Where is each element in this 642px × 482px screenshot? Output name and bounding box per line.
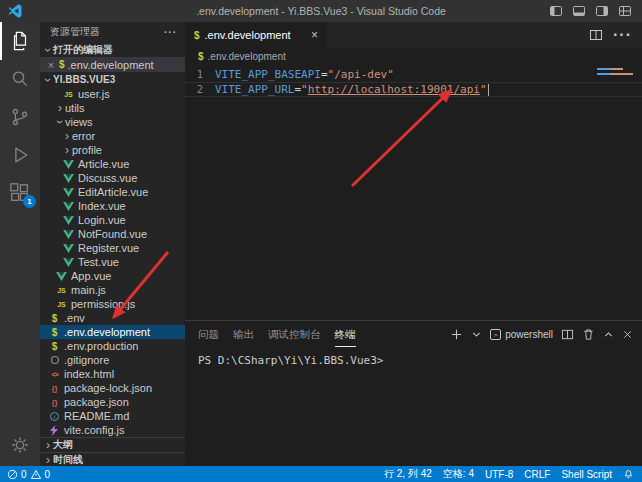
tree-item-README.md[interactable]: iREADME.md: [40, 409, 185, 423]
close-icon[interactable]: ×: [311, 29, 318, 41]
tree-item-label: Index.vue: [78, 200, 126, 212]
vue-file-icon: [55, 272, 68, 281]
tree-item-label: package-lock.json: [64, 382, 152, 394]
encoding-status[interactable]: UTF-8: [485, 469, 513, 480]
window-title: .env.development - Yi.BBS.Vue3 - Visual …: [0, 5, 642, 17]
tree-item-Register.vue[interactable]: Register.vue: [40, 241, 185, 255]
tree-item-.gitignore[interactable]: .gitignore: [40, 353, 185, 367]
env-file-icon: $: [48, 313, 61, 324]
outline-section-header[interactable]: › 大纲: [40, 437, 185, 452]
split-editor-icon[interactable]: [589, 28, 603, 42]
tree-item-.env.development[interactable]: $.env.development: [40, 325, 185, 339]
minimap[interactable]: [597, 68, 633, 75]
tree-item-utils[interactable]: ›utils: [40, 101, 185, 115]
tree-item-.env[interactable]: $.env: [40, 311, 185, 325]
panel-tab-问题[interactable]: 问题: [198, 321, 219, 347]
panel-tab-终端[interactable]: 终端: [335, 321, 356, 347]
terminal-profile-chevron-icon[interactable]: [471, 329, 482, 340]
tree-item-views[interactable]: ›views: [40, 115, 185, 129]
tree-item-NotFound.vue[interactable]: NotFound.vue: [40, 227, 185, 241]
extensions-badge: 1: [23, 195, 36, 208]
source-control-icon[interactable]: [0, 98, 40, 136]
toggle-panel-icon[interactable]: [572, 4, 586, 18]
customize-layout-icon[interactable]: [618, 4, 632, 18]
search-icon[interactable]: [0, 60, 40, 98]
line-number: 2: [185, 83, 215, 96]
editor-more-actions-icon[interactable]: ···: [613, 26, 632, 44]
settings-gear-icon[interactable]: [0, 424, 40, 466]
tree-item-App.vue[interactable]: App.vue: [40, 269, 185, 283]
chevron-right-icon: ›: [43, 455, 53, 465]
breadcrumb[interactable]: $ .env.development: [185, 48, 642, 64]
text-cursor: [488, 84, 489, 96]
project-section-header[interactable]: › YI.BBS.VUE3: [40, 72, 185, 87]
panel: 问题输出调试控制台终端 > powershell: [185, 320, 642, 466]
tree-item-Login.vue[interactable]: Login.vue: [40, 213, 185, 227]
explorer-icon[interactable]: [0, 22, 40, 60]
tree-item-Index.vue[interactable]: Index.vue: [40, 199, 185, 213]
panel-header: 问题输出调试控制台终端 > powershell: [185, 321, 642, 347]
vue-file-icon: [62, 202, 75, 211]
tree-item-EditArticle.vue[interactable]: EditArticle.vue: [40, 185, 185, 199]
close-panel-icon[interactable]: [622, 329, 633, 340]
cursor-position-status[interactable]: 行 2, 列 42: [384, 467, 432, 481]
kill-terminal-icon[interactable]: [582, 328, 595, 341]
error-count: 0: [21, 469, 27, 480]
code-line-1: 1VITE_APP_BASEAPI="/api-dev": [185, 67, 642, 82]
code-editor[interactable]: 1VITE_APP_BASEAPI="/api-dev"2VITE_APP_UR…: [185, 64, 642, 320]
tree-item-profile[interactable]: ›profile: [40, 143, 185, 157]
line-number: 1: [185, 68, 215, 81]
tree-item-label: .gitignore: [64, 354, 109, 366]
tree-item-main.js[interactable]: JSmain.js: [40, 283, 185, 297]
terminal[interactable]: PS D:\CSharp\Yi\Yi.BBS.Vue3>: [185, 347, 642, 466]
js-file-icon: JS: [55, 287, 68, 294]
new-terminal-icon[interactable]: [450, 328, 463, 341]
tab-env-development[interactable]: $ .env.development ×: [185, 22, 327, 48]
terminal-prompt: PS D:\CSharp\Yi\Yi.BBS.Vue3>: [198, 354, 383, 367]
panel-tab-输出[interactable]: 输出: [233, 321, 254, 347]
language-mode-status[interactable]: Shell Script: [561, 469, 612, 480]
tree-item-package-lock.json[interactable]: {}package-lock.json: [40, 381, 185, 395]
tree-item-Test.vue[interactable]: Test.vue: [40, 255, 185, 269]
terminal-tab-powershell[interactable]: > powershell: [490, 329, 553, 340]
tree-item-.env.production[interactable]: $.env.production: [40, 339, 185, 353]
notifications-bell-icon[interactable]: [623, 468, 634, 481]
editor-tab-bar: $ .env.development × ···: [185, 22, 642, 48]
tree-item-Discuss.vue[interactable]: Discuss.vue: [40, 171, 185, 185]
git-file-icon: [48, 355, 61, 365]
vscode-logo-icon: [8, 4, 22, 18]
vue-file-icon: [62, 160, 75, 169]
toggle-sidebar-icon[interactable]: [549, 4, 563, 18]
maximize-panel-icon[interactable]: [603, 329, 614, 340]
vue-file-icon: [62, 244, 75, 253]
tree-item-permission.js[interactable]: JSpermission.js: [40, 297, 185, 311]
problems-status[interactable]: 0 0: [7, 469, 50, 480]
tree-item-label: Register.vue: [78, 242, 139, 254]
indentation-status[interactable]: 空格: 4: [443, 467, 474, 481]
js-file-icon: JS: [62, 91, 75, 98]
tree-item-user.js[interactable]: JSuser.js: [40, 87, 185, 101]
chevron-down-icon: ›: [43, 45, 53, 55]
run-debug-icon[interactable]: [0, 136, 40, 174]
tree-item-vite.config.js[interactable]: vite.config.js: [40, 423, 185, 437]
env-file-icon: $: [59, 59, 65, 70]
open-editors-section-header[interactable]: › 打开的编辑器: [40, 42, 185, 57]
eol-status[interactable]: CRLF: [524, 469, 550, 480]
env-file-icon: $: [48, 341, 61, 352]
extensions-icon[interactable]: 1: [0, 174, 40, 212]
split-terminal-icon[interactable]: [561, 328, 574, 341]
timeline-section-header[interactable]: › 时间线: [40, 452, 185, 467]
title-bar: .env.development - Yi.BBS.Vue3 - Visual …: [0, 0, 642, 22]
tree-item-error[interactable]: ›error: [40, 129, 185, 143]
open-editor-item[interactable]: × $ .env.development: [40, 57, 185, 72]
tree-item-index.html[interactable]: <>index.html: [40, 367, 185, 381]
tree-item-Article.vue[interactable]: Article.vue: [40, 157, 185, 171]
panel-tab-调试控制台[interactable]: 调试控制台: [268, 321, 321, 347]
toggle-secondary-sidebar-icon[interactable]: [595, 4, 609, 18]
tree-item-label: permission.js: [71, 298, 135, 310]
close-icon[interactable]: ×: [46, 60, 56, 70]
tree-item-label: vite.config.js: [64, 424, 125, 436]
more-actions-icon[interactable]: ···: [164, 27, 177, 38]
tree-item-label: index.html: [64, 368, 114, 380]
tree-item-package.json[interactable]: {}package.json: [40, 395, 185, 409]
